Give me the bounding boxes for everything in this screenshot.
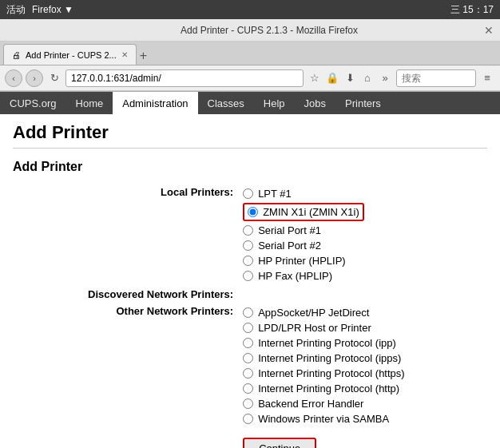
toolbar-icons: ☆ 🔒 ⬇ ⌂ » [307, 70, 393, 86]
radio-zmin-label[interactable]: ZMIN X1i (ZMIN X1i) [263, 206, 359, 218]
bookmark-icon[interactable]: ☆ [307, 70, 323, 86]
other-network-label: Other Network Printers: [13, 303, 238, 429]
radio-lpt1-input[interactable] [243, 188, 253, 199]
radio-hpfax: HP Fax (HPLIP) [243, 268, 482, 283]
radio-hplip-input[interactable] [243, 256, 253, 266]
search-input[interactable] [396, 69, 476, 87]
continue-row: Continue [13, 429, 487, 448]
radio-samba-input[interactable] [243, 414, 253, 424]
local-printers-label: Local Printers: [13, 184, 238, 286]
printer-form: Local Printers: LPT #1 ZMIN X1i (ZMIN X1… [13, 184, 487, 448]
radio-http-input[interactable] [243, 383, 253, 394]
nav-classes[interactable]: Classes [198, 92, 254, 114]
nav-help[interactable]: Help [254, 92, 295, 114]
section-title: Add Printer [13, 160, 487, 174]
tab-favicon: 🖨 [12, 50, 21, 60]
radio-serial1: Serial Port #1 [243, 223, 482, 238]
identity-icon[interactable]: 🔒 [324, 70, 340, 86]
highlighted-option: ZMIN X1i (ZMIN X1i) [243, 203, 364, 221]
radio-hplip: HP Printer (HPLIP) [243, 253, 482, 268]
browser-close-button[interactable]: ✕ [484, 24, 494, 37]
radio-ipps: Internet Printing Protocol (ipps) [243, 351, 482, 366]
radio-serial2-label[interactable]: Serial Port #2 [258, 240, 321, 252]
nav-home[interactable]: Home [66, 92, 113, 114]
radio-appsocket-label[interactable]: AppSocket/HP JetDirect [258, 307, 369, 319]
nav-cups-org[interactable]: CUPS.org [0, 92, 66, 114]
radio-ipp: Internet Printing Protocol (ipp) [243, 335, 482, 351]
home-icon[interactable]: ⌂ [359, 70, 375, 86]
radio-serial2-input[interactable] [243, 240, 253, 251]
tab-close-button[interactable]: ✕ [121, 50, 128, 59]
radio-ipps-label[interactable]: Internet Printing Protocol (ipps) [258, 352, 401, 364]
tab-bar: 🖨 Add Printer - CUPS 2... ✕ + [0, 42, 500, 65]
radio-appsocket-input[interactable] [243, 307, 253, 318]
radio-ipps-input[interactable] [243, 353, 253, 363]
radio-zmin-input[interactable] [248, 207, 258, 217]
radio-https-input[interactable] [243, 368, 253, 379]
address-bar: ‹ › ↻ ☆ 🔒 ⬇ ⌂ » ≡ [0, 65, 500, 91]
page-title: Add Printer [13, 122, 487, 149]
radio-serial1-input[interactable] [243, 225, 253, 236]
nav-printers[interactable]: Printers [335, 92, 391, 114]
local-printers-options: LPT #1 ZMIN X1i (ZMIN X1i) Serial Port #… [238, 184, 487, 286]
reload-button[interactable]: ↻ [46, 70, 62, 86]
radio-lpd-input[interactable] [243, 323, 253, 333]
radio-backend-input[interactable] [243, 398, 253, 409]
radio-http-label[interactable]: Internet Printing Protocol (http) [258, 383, 399, 394]
radio-backend: Backend Error Handler [243, 396, 482, 411]
nav-administration[interactable]: Administration [113, 92, 197, 114]
more-icon[interactable]: » [377, 70, 393, 86]
radio-ipp-label[interactable]: Internet Printing Protocol (ipp) [258, 337, 396, 349]
radio-samba-label[interactable]: Windows Printer via SAMBA [258, 413, 389, 425]
new-tab-button[interactable]: + [140, 49, 147, 65]
radio-appsocket: AppSocket/HP JetDirect [243, 305, 482, 320]
forward-button[interactable]: › [26, 69, 43, 87]
radio-lpd-label[interactable]: LPD/LPR Host or Printer [258, 322, 371, 334]
tab-label: Add Printer - CUPS 2... [26, 50, 117, 60]
radio-ipp-input[interactable] [243, 338, 253, 348]
radio-lpd: LPD/LPR Host or Printer [243, 320, 482, 335]
local-printers-row: Local Printers: LPT #1 ZMIN X1i (ZMIN X1… [13, 184, 487, 286]
radio-hplip-label[interactable]: HP Printer (HPLIP) [258, 255, 346, 267]
other-network-row: Other Network Printers: AppSocket/HP Jet… [13, 303, 487, 429]
radio-lpt1-label[interactable]: LPT #1 [258, 188, 292, 200]
browser-titlebar: Add Printer - CUPS 2.1.3 - Mozilla Firef… [0, 19, 500, 42]
discovered-label: Discovered Network Printers: [13, 286, 238, 303]
cups-navigation: CUPS.org Home Administration Classes Hel… [0, 92, 500, 114]
radio-zmin: ZMIN X1i (ZMIN X1i) [243, 201, 482, 223]
radio-hpfax-input[interactable] [243, 271, 253, 281]
download-icon[interactable]: ⬇ [342, 70, 358, 86]
radio-lpt1: LPT #1 [243, 186, 482, 201]
radio-https-label[interactable]: Internet Printing Protocol (https) [258, 367, 405, 379]
radio-backend-label[interactable]: Backend Error Handler [258, 398, 363, 410]
nav-jobs[interactable]: Jobs [295, 92, 335, 114]
discovered-row: Discovered Network Printers: [13, 286, 487, 303]
browser-chrome: Add Printer - CUPS 2.1.3 - Mozilla Firef… [0, 19, 500, 92]
taskbar-left: 活动 Firefox ▼ [6, 3, 73, 17]
browser-tab[interactable]: 🖨 Add Printer - CUPS 2... ✕ [3, 44, 137, 65]
radio-hpfax-label[interactable]: HP Fax (HPLIP) [258, 270, 332, 282]
radio-serial2: Serial Port #2 [243, 238, 482, 253]
menu-icon[interactable]: ≡ [479, 70, 495, 86]
taskbar-time: 三 15：17 [450, 3, 494, 17]
page-content: Add Printer Add Printer Local Printers: … [0, 114, 500, 448]
continue-button[interactable]: Continue [243, 438, 316, 448]
browser-title: Add Printer - CUPS 2.1.3 - Mozilla Firef… [54, 25, 484, 36]
radio-samba: Windows Printer via SAMBA [243, 411, 482, 426]
back-button[interactable]: ‹ [5, 69, 22, 87]
taskbar: 活动 Firefox ▼ 三 15：17 [0, 0, 500, 19]
continue-btn-wrap: Continue [243, 438, 482, 448]
radio-https: Internet Printing Protocol (https) [243, 366, 482, 381]
taskbar-firefox[interactable]: Firefox ▼ [32, 4, 73, 15]
radio-http: Internet Printing Protocol (http) [243, 381, 482, 396]
network-printers-options: AppSocket/HP JetDirect LPD/LPR Host or P… [238, 303, 487, 429]
url-input[interactable] [65, 69, 304, 87]
taskbar-activity[interactable]: 活动 [6, 3, 26, 17]
radio-serial1-label[interactable]: Serial Port #1 [258, 224, 321, 236]
